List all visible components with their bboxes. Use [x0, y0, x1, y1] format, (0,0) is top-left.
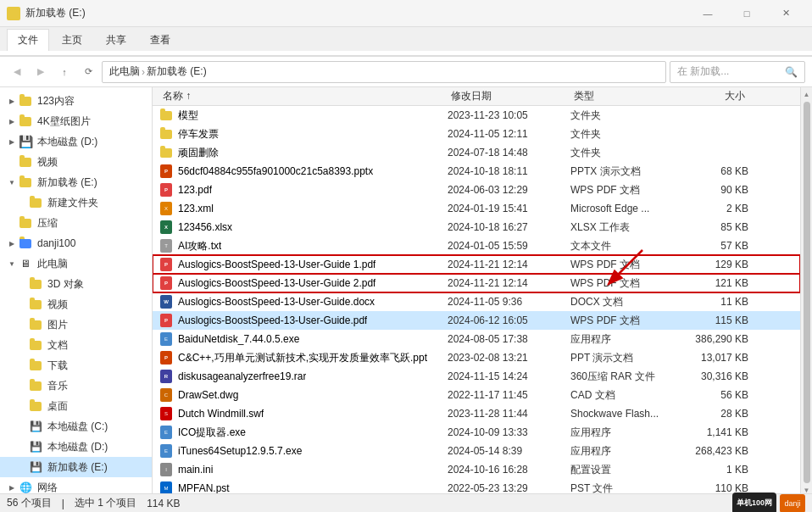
file-type: 配置设置: [570, 463, 681, 477]
file-row[interactable]: S Dutch Windmill.swf 2023-11-28 11:44 Sh…: [153, 404, 800, 423]
col-header-date[interactable]: 修改日期: [448, 87, 570, 105]
folder-icon: [29, 359, 42, 372]
file-row-highlight-2[interactable]: P Auslogics-BoostSpeed-13-User-Guide 2.p…: [153, 274, 800, 292]
file-list: 模型 2023-11-23 10:05 文件夹 停车发票 2024-11-05 …: [153, 106, 800, 494]
sidebar-item-zip[interactable]: 压缩: [0, 213, 152, 233]
tab-share[interactable]: 共享: [95, 29, 137, 51]
sidebar-item-desktop[interactable]: 桌面: [0, 396, 152, 416]
col-header-name[interactable]: 名称 ↑: [159, 87, 448, 105]
minimize-button[interactable]: —: [688, 0, 727, 27]
file-type: CAD 文档: [570, 388, 681, 403]
sidebar-item-new-drive2[interactable]: 💾 新加载卷 (E:): [0, 457, 152, 477]
sidebar-item-4k[interactable]: ▶ 4K壁纸图片: [0, 111, 152, 131]
file-row[interactable]: 模型 2023-11-23 10:05 文件夹: [153, 106, 800, 125]
search-box[interactable]: 在 新加载... 🔍: [670, 61, 805, 83]
file-type: 文件夹: [570, 146, 681, 160]
sidebar-item-network[interactable]: ▶ 🌐 网络: [0, 477, 152, 494]
sidebar-item-3d[interactable]: 3D 对象: [0, 274, 152, 294]
file-name: ICO提取器.exe: [178, 426, 246, 440]
file-size: 56 KB: [681, 389, 748, 401]
pdf-icon: P: [159, 314, 173, 327]
file-name-cell: P Auslogics-BoostSpeed-13-User-Guide.pdf: [159, 314, 448, 327]
search-placeholder: 在 新加载...: [677, 64, 729, 79]
file-name: C&C++,巧用单元测试新技术,实现开发质量效率飞跃.ppt: [178, 351, 427, 365]
sidebar-item-docs[interactable]: 文档: [0, 335, 152, 355]
title-bar: 新加载卷 (E:) — □ ✕: [0, 0, 812, 27]
file-row-highlight-1[interactable]: P Auslogics-BoostSpeed-13-User-Guide 1.p…: [153, 255, 800, 274]
file-row[interactable]: X 123.xml 2024-01-19 15:41 Microsoft Edg…: [153, 199, 800, 218]
sidebar-label: 本地磁盘 (C:): [47, 420, 108, 434]
address-path[interactable]: 此电脑 › 新加载卷 (E:): [102, 61, 666, 83]
sidebar-item-music[interactable]: 音乐: [0, 376, 152, 396]
sidebar-item-video2[interactable]: 视频: [0, 294, 152, 314]
close-button[interactable]: ✕: [766, 0, 805, 27]
file-name-cell: P 123.pdf: [159, 183, 448, 197]
file-row[interactable]: R diskusageanalyzerfree19.rar 2024-11-15…: [153, 367, 800, 386]
file-row[interactable]: E BaiduNetdisk_7.44.0.5.exe 2024-08-05 1…: [153, 330, 800, 348]
file-row[interactable]: X 123456.xlsx 2024-10-18 16:27 XLSX 工作表 …: [153, 218, 800, 237]
xml-icon: X: [159, 202, 173, 215]
status-count: 56 个项目: [7, 496, 52, 510]
sidebar-item-downloads[interactable]: 下载: [0, 355, 152, 376]
file-size: 30,316 KB: [681, 370, 748, 382]
folder-icon: [29, 318, 42, 331]
col-header-type[interactable]: 类型: [570, 87, 681, 105]
word-icon: W: [159, 295, 173, 309]
back-button[interactable]: ◀: [7, 62, 27, 82]
sidebar-item-video[interactable]: 视频: [0, 152, 152, 172]
sidebar-item-disk-d[interactable]: ▶ 💾 本地磁盘 (D:): [0, 131, 152, 152]
file-date: 2024-06-03 12:29: [448, 184, 570, 196]
sidebar-item-this-pc[interactable]: ▼ 🖥 此电脑: [0, 253, 152, 274]
file-row[interactable]: T AI攻略.txt 2024-01-05 15:59 文本文件 57 KB: [153, 237, 800, 255]
file-row-selected[interactable]: P Auslogics-BoostSpeed-13-User-Guide.pdf…: [153, 311, 800, 330]
file-row[interactable]: E ICO提取器.exe 2024-10-09 13:33 应用程序 1,141…: [153, 423, 800, 442]
sidebar-item-new-drive[interactable]: ▼ 新加载卷 (E:): [0, 172, 152, 192]
folder-icon: [159, 127, 173, 141]
expand-icon: [17, 360, 27, 370]
col-header-size[interactable]: 大小: [681, 87, 748, 105]
forward-button[interactable]: ▶: [31, 62, 51, 82]
refresh-button[interactable]: ⟳: [78, 62, 98, 82]
expand-icon: ▶: [7, 116, 17, 126]
sidebar-item-disk-c[interactable]: 💾 本地磁盘 (C:): [0, 416, 152, 437]
file-row[interactable]: E iTunes64Setup12.9.5.7.exe 2024-05-14 8…: [153, 442, 800, 460]
maximize-button[interactable]: □: [727, 0, 766, 27]
path-segment-pc: 此电脑: [109, 64, 140, 79]
sidebar-item-123[interactable]: ▶ 123内容: [0, 91, 152, 111]
brand-logo: 单机100网: [732, 493, 776, 513]
file-name-cell: P 56dcf04884c955fa901000c21c5a8393.pptx: [159, 164, 448, 178]
file-size: 57 KB: [681, 240, 748, 252]
file-date: 2024-11-21 12:14: [448, 277, 570, 289]
file-name: 56dcf04884c955fa901000c21c5a8393.pptx: [178, 165, 373, 177]
file-row[interactable]: W Auslogics-BoostSpeed-13-User-Guide.doc…: [153, 292, 800, 311]
tab-file[interactable]: 文件: [7, 29, 49, 51]
sidebar-item-disk-d2[interactable]: 💾 本地磁盘 (D:): [0, 437, 152, 457]
pc-icon: 🖥: [19, 257, 32, 270]
file-name-cell: P Auslogics-BoostSpeed-13-User-Guide 1.p…: [159, 258, 448, 271]
file-row[interactable]: 顽固删除 2024-07-18 14:48 文件夹: [153, 143, 800, 162]
file-row[interactable]: C DrawSet.dwg 2022-11-17 11:45 CAD 文档 56…: [153, 386, 800, 404]
file-row[interactable]: I main.ini 2024-10-16 16:28 配置设置 1 KB: [153, 460, 800, 479]
file-date: 2024-01-05 15:59: [448, 240, 570, 252]
file-name: AI攻略.txt: [178, 239, 221, 253]
up-button[interactable]: ↑: [54, 62, 75, 82]
sidebar-item-danji[interactable]: ▶ danji100: [0, 233, 152, 253]
scrollbar-right[interactable]: ▲ ▼: [800, 87, 812, 494]
file-size: 28 KB: [681, 408, 748, 420]
status-selected-text: 选中 1 个项目: [75, 496, 136, 510]
folder-icon: [19, 114, 32, 128]
folder-icon: [29, 196, 42, 209]
file-row[interactable]: M MPFAN.pst 2022-05-23 13:29 PST 文件 110 …: [153, 479, 800, 494]
tab-home[interactable]: 主页: [51, 29, 93, 51]
tab-view[interactable]: 查看: [139, 29, 181, 51]
file-row[interactable]: P C&C++,巧用单元测试新技术,实现开发质量效率飞跃.ppt 2023-02…: [153, 348, 800, 367]
sidebar-label: danji100: [37, 237, 75, 249]
expand-icon: ▼: [7, 259, 17, 269]
file-row[interactable]: 停车发票 2024-11-05 12:11 文件夹: [153, 125, 800, 143]
sidebar-item-pics[interactable]: 图片: [0, 314, 152, 335]
sidebar-item-new-folder[interactable]: 新建文件夹: [0, 192, 152, 213]
file-row[interactable]: P 123.pdf 2024-06-03 12:29 WPS PDF 文档 90…: [153, 181, 800, 199]
path-segment-drive: 新加载卷 (E:): [147, 64, 207, 79]
file-row[interactable]: P 56dcf04884c955fa901000c21c5a8393.pptx …: [153, 162, 800, 181]
ribbon-tabs: 文件 主页 共享 查看: [0, 27, 812, 51]
